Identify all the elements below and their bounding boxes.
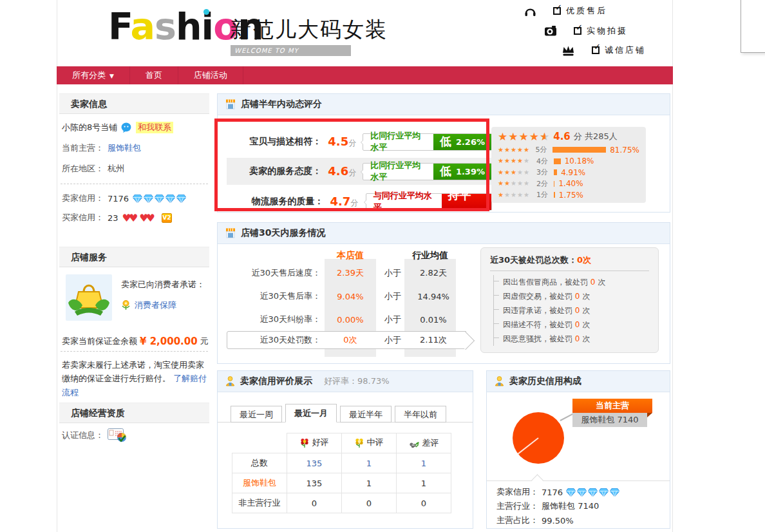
tab-last-week[interactable]: 最近一周	[231, 406, 282, 423]
compare-pct: 2.26%	[456, 137, 485, 147]
rating-count: 共285人	[585, 131, 618, 141]
dsr-compare-bubble: 比同行业平均水平 低1.39%	[363, 163, 492, 180]
buyer-credit-row: 买家信用： 23 ♥♥ ♥♥ V2	[62, 211, 172, 224]
pie-callout: 当前主营 服饰鞋包 7140	[572, 399, 652, 427]
heart-icon: ♥♥	[122, 212, 136, 224]
table-row: 非主营行业 0 0 0	[232, 493, 451, 513]
nav-all-categories[interactable]: 所有分类▼	[57, 66, 130, 84]
rating-breakdown-row: ★★★★★ 5分 81.75%	[498, 144, 639, 156]
badge-label: 实物拍摄	[587, 25, 628, 37]
dsr-compare-bubble: 比同行业平均水平 低2.26%	[363, 133, 492, 151]
rating-summary-top: ★★★★★★ 4.6 分 共285人	[498, 131, 639, 142]
promise-text: 卖家已向消费者承诺：	[121, 278, 205, 291]
rating-breakdown-row: ★★★★★ 1分 1.75%	[498, 189, 639, 201]
pct-bar	[554, 192, 555, 198]
diamond-icon	[588, 488, 598, 497]
callout-title: 当前主营	[572, 399, 652, 413]
service30-row: 近30天纠纷率： 0.00% 小于 0.01%	[218, 308, 475, 331]
period-tabs: 最近一周 最近一月 最近半年 半年以前	[218, 403, 473, 423]
service30-row: 近30天售后率： 9.04% 小于 14.94%	[218, 285, 475, 308]
main-category-link[interactable]: 服饰鞋包	[108, 142, 141, 154]
consumer-guarantee-link[interactable]: 消费者保障	[135, 299, 176, 311]
compare-level: 持平—	[448, 187, 480, 216]
shop-value: 0.00%	[323, 315, 378, 325]
industry-value: 2.11次	[408, 334, 459, 346]
col-industry-avg: 行业均值	[404, 250, 456, 261]
dsr-row-description: 宝贝与描述相符： 4.5分 比同行业平均水平 低2.26%	[227, 128, 492, 155]
id-card-icon[interactable]	[108, 428, 128, 443]
consumer-guarantee-icon	[66, 274, 112, 321]
logo-letter: a	[131, 5, 155, 48]
shop-title: 新范儿大码女装	[230, 15, 388, 44]
v2-badge-icon: V2	[162, 213, 172, 223]
flower-gray-icon	[409, 439, 419, 448]
industry-value: 2.82天	[408, 267, 459, 279]
main-category-row: 当前主营： 服饰鞋包	[62, 142, 141, 155]
shop-name: 小陈的8号当铺	[62, 122, 117, 133]
logo-letter: i	[202, 5, 214, 48]
nav-home[interactable]: 首页	[130, 66, 178, 84]
service30-row-penalty: 近30天处罚数： 0次 小于 2.11次	[218, 328, 475, 352]
table-row: 服饰鞋包 135 1 1	[232, 473, 451, 493]
star-icons: ★★★★★★	[498, 131, 550, 142]
storefront-icon	[225, 228, 236, 238]
divider	[487, 480, 670, 481]
divider	[61, 184, 208, 184]
avg-score: 4.6	[553, 131, 571, 142]
checkbox-icon: ✓	[574, 27, 581, 35]
dsr-compare-bubble: 与同行业平均水平 持平—	[366, 193, 492, 211]
pct-bar	[554, 181, 554, 187]
star-icons: ★★★★★	[498, 192, 536, 198]
crown-icon	[562, 45, 575, 56]
page: Fashion 新范儿大码女装 WELCOME TO MY SHOPPING..…	[0, 0, 765, 532]
checkbox-icon: ✓	[553, 7, 561, 15]
history-seller-credit: 卖家信用： 7176	[496, 486, 619, 499]
diamond-icon	[577, 488, 587, 497]
compare-level: 低	[440, 164, 451, 179]
contact-me-link[interactable]: 和我联系	[136, 122, 173, 133]
wangwang-icon[interactable]	[121, 122, 132, 133]
star-icons: ★★★★★	[498, 169, 536, 176]
diamond-icons	[133, 195, 186, 203]
callout-value: 服饰鞋包 7140	[572, 413, 647, 427]
compare-level: 低	[440, 134, 451, 149]
pct-bar	[552, 147, 607, 153]
deposit-amount: ¥ 2,000.00	[140, 336, 198, 347]
rating-breakdown-row: ★★★★★ 3分 4.91%	[498, 167, 639, 178]
flower-red-icon	[300, 438, 309, 448]
badge-honest-shop: ✓ 诚信店铺	[562, 44, 646, 56]
dsr-score: 4.7	[330, 195, 350, 208]
shop-name-row: 小陈的8号当铺 和我联系	[62, 121, 173, 134]
camera-icon	[544, 26, 557, 36]
person-icon	[495, 376, 504, 386]
flower-yellow-icon	[355, 438, 364, 448]
guarantee-flower-icon	[121, 300, 131, 310]
pct-bar	[554, 158, 561, 164]
cyan-dot-icon	[203, 9, 209, 15]
tab-before-half-year[interactable]: 半年以前	[395, 406, 446, 423]
dsr-score: 4.5	[328, 135, 348, 148]
divider	[490, 271, 649, 271]
penalty-item: 因违背承诺，被处罚 0 次	[494, 303, 649, 318]
logo-letter: s	[155, 5, 176, 48]
rating-table: 好评 中评 差评 总数 135 1 1 服饰鞋包 135 1 1 非主营行业 0…	[232, 433, 451, 513]
rating-breakdown-row: ★★★★★ 4分 10.18%	[498, 156, 639, 167]
diamond-icon	[144, 195, 153, 203]
region-row: 所在地区： 杭州	[62, 162, 124, 175]
nav-shop-activity[interactable]: 店铺活动	[178, 66, 243, 84]
rating-panel-header: 卖家信用评价展示 好评率：98.73%	[218, 371, 473, 392]
star-icons: ★★★★★	[498, 147, 535, 153]
industry-value: 14.94%	[408, 292, 459, 301]
storefront-icon	[225, 99, 236, 109]
col-shop-value: 本店值	[325, 250, 376, 261]
deposit-note: 若卖家未履行上述承诺，淘宝使用卖家缴纳的保证金进行先行赔付。 了解赔付流程	[62, 358, 210, 399]
diamond-icon	[155, 195, 164, 203]
pct-bar	[554, 169, 557, 175]
welcome-banner: WELCOME TO MY SHOPPING......	[231, 45, 351, 56]
heart-icon: ♥♥	[139, 212, 153, 224]
seller-credit-row: 卖家信用： 7176	[62, 192, 186, 205]
tab-last-half-year[interactable]: 最近半年	[340, 406, 392, 423]
penalty-total: 0次	[577, 255, 591, 265]
penalty-item: 因虚假交易，被处罚 0 次	[494, 289, 649, 303]
tab-last-month[interactable]: 最近一月	[285, 404, 337, 423]
